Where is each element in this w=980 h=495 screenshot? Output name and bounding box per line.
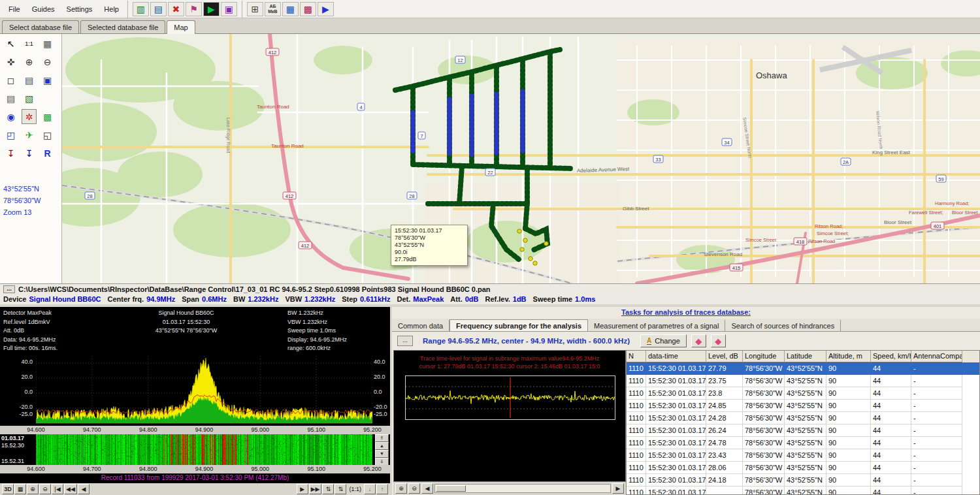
browse-database-button[interactable]: ... [3,285,15,293]
select-area-tool-icon[interactable]: ◻ [3,72,18,88]
excel-export-icon[interactable]: ✖ [168,2,184,16]
screen-capture-icon[interactable]: ▣ [221,2,237,16]
col-header-latitude[interactable]: Latitude [785,351,826,362]
table-row[interactable]: 111015:52:30 01.03.1724.7878°56'30"W43°5… [627,437,979,449]
map-canvas[interactable]: 412412412401418415124728282A59333422 Osh… [62,34,980,283]
zoom-in-tool-icon[interactable]: ⊕ [22,54,37,69]
analysis-tab-measurement-of-parametres-of-a[interactable]: Measurement of parametres of a signal [588,320,725,331]
next-subrange-button[interactable]: ◆ [711,334,726,347]
export-image-icon[interactable]: ▧ [22,91,37,106]
track-points-icon[interactable]: ◉ [3,109,18,124]
tab-map[interactable]: Map [167,20,195,34]
svg-text:401: 401 [934,223,942,229]
analysis-tab-search-of-sources-of-hindrance[interactable]: Search of sources of hindrances [725,320,841,331]
zoom-in-button[interactable]: ⊕ [27,484,39,494]
table-row[interactable]: 111015:52:30 01.03.1723.4378°56'30"W43°5… [627,449,979,462]
col-header-altitude-m[interactable]: Altitude, m [826,351,871,362]
units-icon[interactable]: АБМкВ [265,2,281,16]
table-row[interactable]: 111015:52:30 01.03.1723.7578°56'30"W43°5… [627,375,979,387]
screens-export-icon[interactable]: ▤ [150,2,167,16]
expand-up-button[interactable]: ⇅ [322,484,334,494]
menu-items: FileGuidesSettingsHelp [0,3,127,16]
map-svg[interactable]: 412412412401418415124728282A59333422 Osh… [62,34,980,283]
next-record-button[interactable]: ▶ [297,484,308,494]
forward-button[interactable]: ▶▶ [309,484,322,494]
tab-select-database-file[interactable]: Select database file [2,20,79,33]
col-header-speed-km-h[interactable]: Speed, km/h [871,351,911,362]
menu-file[interactable]: File [3,3,26,16]
zoom-out-button[interactable]: ⊖ [39,484,51,494]
wf-up-button[interactable]: ▲ [375,442,389,450]
r-tool[interactable]: R [40,146,55,161]
marker-b-icon[interactable]: ↧ [22,146,37,161]
save-map-icon[interactable]: ▣ [40,72,55,88]
first-record-button[interactable]: |◀ [52,484,63,494]
col-header-antennacompass[interactable]: AntennaCompass [911,351,962,362]
table-cell: - [911,437,962,449]
table-row[interactable]: 111015:52:30 01.03.1778°56'30"W43°52'55"… [627,487,979,495]
trace-left-button[interactable]: ◀ [421,483,433,494]
wf-top-button[interactable]: ⇑ [375,434,389,442]
prev-record-button[interactable]: ◀ [78,484,90,494]
menu-settings[interactable]: Settings [61,3,99,16]
table-view-icon[interactable]: ▦ [282,2,299,16]
zoom-out-tool-icon[interactable]: ⊖ [40,54,55,69]
analysis-tab-common-data[interactable]: Common data [392,320,449,331]
table-row[interactable]: 111015:52:30 01.03.1724.2878°56'30"W43°5… [627,412,979,424]
table-row[interactable]: 111015:52:30 01.03.1724.8578°56'30"W43°5… [627,400,979,412]
spectrum-info-left: Detector MaxPeakRef.level 1dBmkVAtt. 0dB… [3,309,57,353]
analysis-title-link[interactable]: Tasks for analysis of traces database: [392,308,980,316]
trace-zoom-out-button[interactable]: ⊖ [408,483,420,494]
route-icon[interactable]: ✈ [22,127,37,142]
trace-scroll-thumb[interactable] [436,485,466,492]
prev-subrange-button[interactable]: ◆ [691,334,706,347]
trace-scrollbar[interactable] [434,484,611,493]
palette-button[interactable]: ▦ [14,484,26,494]
measure-icon[interactable]: ◰ [3,127,18,142]
subrange-browse-button[interactable]: ... [397,336,413,346]
player-icon[interactable]: ▶ [318,2,334,16]
jump-down-button[interactable]: ↓ [364,484,376,494]
table-row[interactable]: 111015:52:30 01.03.1727.7978°56'30"W43°5… [627,362,979,375]
col-header-data-time[interactable]: data-time [646,351,706,362]
table-row[interactable]: 111015:52:30 01.03.1724.1878°56'30"W43°5… [627,474,979,487]
waterfall-plot[interactable] [36,434,372,465]
spectrum-view-icon[interactable]: ▩ [300,2,316,16]
track-select-icon[interactable]: ✲ [22,109,37,124]
tooltip-line: 43°52'55"N [395,242,464,249]
col-header-longitude[interactable]: Longitude [743,351,785,362]
col-header-level-db[interactable]: Level, dB [706,351,743,362]
screens-icon[interactable]: ▥ [133,2,149,16]
table-cell: 78°56'30"W [743,462,785,474]
spectrum-plot[interactable] [36,356,372,424]
scale-1-1-tool[interactable]: 1:1 [22,36,37,51]
table-row[interactable]: 111015:52:30 01.03.1726.2478°56'30"W43°5… [627,424,979,437]
view-3d-button[interactable]: 3D [2,484,14,494]
rewind-button[interactable]: ◀◀ [64,484,77,494]
tab-selected-database-file[interactable]: Selected database file [80,20,165,33]
kml-export-icon[interactable]: ⚑ [186,2,202,16]
expand-down-button[interactable]: ⇅ [335,484,346,494]
layers-icon[interactable]: ▩ [40,109,55,124]
table-row[interactable]: 111015:52:30 01.03.1728.0678°56'30"W43°5… [627,462,979,474]
table-row[interactable]: 111015:52:30 01.03.1723.878°56'30"W43°52… [627,387,979,400]
wf-down-button[interactable]: ▼ [375,450,389,458]
trace-plot-frame[interactable] [405,375,615,420]
calculator-icon[interactable]: ⊞ [247,2,263,16]
col-header-n[interactable]: N [627,351,646,362]
print-map-icon[interactable]: ▤ [3,91,18,106]
pan-tool-icon[interactable]: ✜ [3,54,18,69]
menu-help[interactable]: Help [98,3,125,16]
grid-tool-icon[interactable]: ▦ [40,36,55,51]
open-map-icon[interactable]: ▤ [22,72,37,88]
analysis-tab-frequency-subrange-for-the-ana[interactable]: Frequency subrange for the analysis [449,319,588,331]
trace-zoom-in-button[interactable]: ⊕ [395,483,407,494]
play-record-icon[interactable]: ▶ [203,2,220,16]
menu-guides[interactable]: Guides [26,3,61,16]
jump-up-button[interactable]: ↑ [376,484,388,494]
marker-a-icon[interactable]: ↧ [3,146,18,161]
crop-icon[interactable]: ◱ [40,127,55,142]
pointer-tool-icon[interactable]: ↖ [3,36,18,51]
change-subrange-button[interactable]: A Change [640,334,687,347]
trace-right-button[interactable]: ▶ [612,483,624,494]
